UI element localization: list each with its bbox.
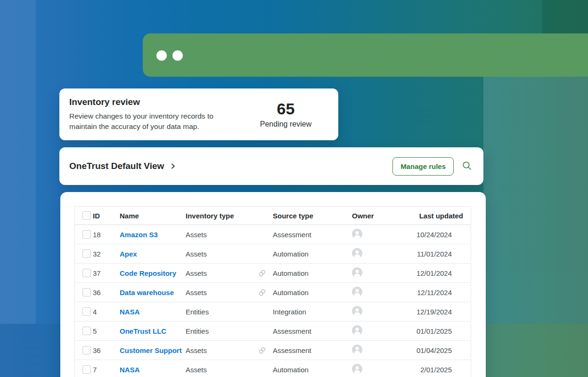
manage-rules-button[interactable]: Manage rules	[392, 157, 454, 176]
cell-last-updated: 01/04/2025	[416, 346, 463, 354]
row-checkbox[interactable]	[82, 269, 91, 277]
column-header-id[interactable]: ID	[93, 212, 120, 220]
cell-id: 7	[93, 366, 120, 374]
row-checkbox[interactable]	[82, 327, 91, 335]
summary-title: Inventory review	[69, 97, 235, 107]
pending-review-label: Pending review	[240, 120, 332, 128]
cell-inventory-type: Assets	[186, 366, 258, 374]
cell-source-type: Assessment	[273, 346, 311, 354]
linked-source-icon	[258, 269, 266, 277]
cell-source-type: Assessment	[273, 231, 311, 239]
cell-id: 32	[93, 250, 120, 258]
row-checkbox[interactable]	[82, 365, 91, 374]
cell-source-type: Automation	[273, 250, 309, 258]
table-row: 18 Amazon S3 Assets Assessment 10/24/202…	[75, 225, 471, 244]
linked-source-icon	[258, 346, 266, 354]
owner-avatar[interactable]	[352, 287, 362, 297]
cell-id: 36	[93, 289, 120, 297]
inventory-table: ID Name Inventory type Source type Owner…	[74, 206, 471, 377]
record-name-link[interactable]: OneTrust LLC	[120, 327, 166, 335]
cell-id: 18	[93, 231, 120, 239]
record-name-link[interactable]: Apex	[120, 250, 137, 258]
cell-inventory-type: Entities	[186, 327, 258, 335]
view-title: OneTrust Default View	[59, 161, 164, 171]
inventory-review-summary-card: Inventory review Review changes to your …	[59, 88, 338, 140]
owner-avatar[interactable]	[352, 267, 362, 278]
select-all-checkbox[interactable]	[82, 211, 91, 220]
column-header-last-updated[interactable]: Last updated	[416, 212, 463, 220]
window-control-dot[interactable]	[156, 50, 167, 61]
window-control-dot[interactable]	[172, 50, 183, 61]
cell-source-type: Automation	[273, 269, 309, 277]
cell-source-type: Integration	[273, 308, 306, 316]
cell-last-updated: 12/19/2024	[416, 308, 463, 316]
cell-inventory-type: Assets	[186, 231, 258, 239]
cell-id: 5	[93, 327, 120, 335]
summary-description: Review changes to your inventory records…	[69, 111, 235, 131]
cell-last-updated: 2/01/2025	[416, 366, 463, 374]
table-row: 32 Apex Assets Automation 11/01/2024	[75, 244, 471, 264]
table-header-row: ID Name Inventory type Source type Owner…	[75, 207, 471, 225]
column-header-name[interactable]: Name	[120, 212, 186, 220]
background-tile	[483, 77, 588, 273]
record-name-link[interactable]: Amazon S3	[120, 231, 158, 239]
cell-id: 4	[93, 308, 120, 316]
owner-avatar[interactable]	[352, 345, 362, 355]
search-button[interactable]	[462, 160, 472, 172]
row-checkbox[interactable]	[82, 249, 91, 258]
cell-last-updated: 01/01/2025	[416, 327, 463, 335]
background-tile	[0, 0, 36, 324]
column-header-inventory-type[interactable]: Inventory type	[186, 212, 258, 220]
owner-avatar[interactable]	[352, 248, 362, 258]
owner-avatar[interactable]	[352, 229, 362, 239]
pending-review-count: 65	[240, 100, 332, 118]
row-checkbox[interactable]	[82, 346, 91, 354]
record-name-link[interactable]: Data warehouse	[120, 289, 174, 297]
search-icon	[462, 160, 472, 172]
chevron-right-icon[interactable]	[170, 163, 176, 169]
owner-avatar[interactable]	[352, 306, 362, 316]
cell-inventory-type: Assets	[186, 346, 258, 354]
linked-source-icon	[258, 289, 266, 297]
cell-last-updated: 10/24/2024	[416, 231, 463, 239]
cell-inventory-type: Entities	[186, 308, 258, 316]
table-row: 7 NASA Assets Automation 2/01/2025	[75, 360, 471, 377]
record-name-link[interactable]: Customer Support	[120, 346, 182, 354]
cell-last-updated: 11/01/2024	[416, 250, 463, 258]
cell-inventory-type: Assets	[186, 289, 258, 297]
column-header-source-type[interactable]: Source type	[258, 212, 352, 220]
cell-last-updated: 12/01/2024	[416, 269, 463, 277]
cell-source-type: Automation	[273, 366, 309, 374]
table-row: 5 OneTrust LLC Entities Assessment 01/01…	[75, 321, 471, 341]
view-toolbar: OneTrust Default View Manage rules	[59, 147, 483, 185]
record-name-link[interactable]: NASA	[120, 308, 140, 316]
marketing-background: Inventory review Review changes to your …	[0, 0, 588, 377]
cell-id: 36	[93, 346, 120, 354]
cell-id: 37	[93, 269, 120, 277]
inventory-table-card: ID Name Inventory type Source type Owner…	[60, 192, 486, 377]
table-row: 4 NASA Entities Integration 12/19/2024	[75, 302, 471, 321]
table-row: 36 Data warehouse Assets Automation 12/1…	[75, 283, 471, 302]
cell-inventory-type: Assets	[186, 250, 258, 258]
owner-avatar[interactable]	[352, 364, 362, 374]
table-row: 36 Customer Support Assets Assessment 01…	[75, 341, 471, 360]
record-name-link[interactable]: NASA	[120, 366, 140, 374]
cell-source-type: Automation	[273, 289, 309, 297]
cell-source-type: Assessment	[273, 327, 311, 335]
row-checkbox[interactable]	[82, 307, 91, 316]
column-header-owner[interactable]: Owner	[352, 212, 416, 220]
row-checkbox[interactable]	[82, 288, 91, 297]
row-checkbox[interactable]	[82, 230, 91, 239]
cell-inventory-type: Assets	[186, 269, 258, 277]
cell-last-updated: 12/11/2024	[416, 289, 463, 297]
window-title-bar	[143, 33, 588, 77]
record-name-link[interactable]: Code Repository	[120, 269, 176, 277]
owner-avatar[interactable]	[352, 325, 362, 336]
table-row: 37 Code Repository Assets Automation 12/…	[75, 264, 471, 283]
table-body: 18 Amazon S3 Assets Assessment 10/24/202…	[75, 225, 471, 377]
